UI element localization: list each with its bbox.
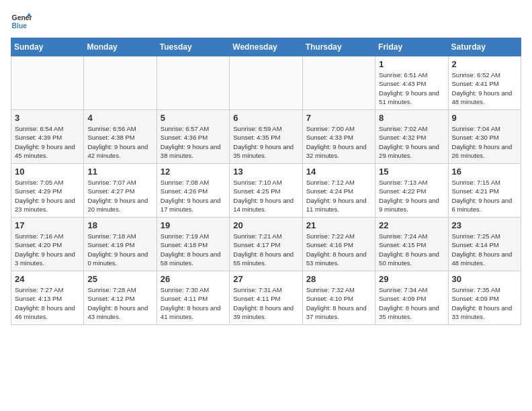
day-number: 7 <box>306 113 371 123</box>
day-number: 15 <box>379 167 444 177</box>
day-number: 18 <box>87 220 152 230</box>
day-info: Sunrise: 6:52 AM Sunset: 4:41 PM Dayligh… <box>452 71 517 106</box>
day-info: Sunrise: 7:02 AM Sunset: 4:32 PM Dayligh… <box>379 124 444 160</box>
calendar-cell <box>84 56 157 110</box>
calendar-cell: 2Sunrise: 6:52 AM Sunset: 4:41 PM Daylig… <box>448 56 521 110</box>
calendar-cell: 16Sunrise: 7:15 AM Sunset: 4:21 PM Dayli… <box>448 164 521 218</box>
calendar-week-row: 24Sunrise: 7:27 AM Sunset: 4:13 PM Dayli… <box>11 271 521 325</box>
day-number: 12 <box>161 167 226 177</box>
calendar-cell: 11Sunrise: 7:07 AM Sunset: 4:27 PM Dayli… <box>84 164 157 218</box>
day-number: 28 <box>306 274 371 284</box>
day-number: 5 <box>161 113 226 123</box>
day-number: 23 <box>452 220 517 230</box>
day-info: Sunrise: 7:12 AM Sunset: 4:24 PM Dayligh… <box>306 178 371 214</box>
day-info: Sunrise: 7:35 AM Sunset: 4:09 PM Dayligh… <box>452 285 517 321</box>
logo: General Blue <box>11 11 34 32</box>
calendar-cell: 6Sunrise: 6:59 AM Sunset: 4:35 PM Daylig… <box>230 110 302 164</box>
day-number: 14 <box>306 167 371 177</box>
calendar-cell <box>11 56 84 110</box>
calendar-week-row: 10Sunrise: 7:05 AM Sunset: 4:29 PM Dayli… <box>11 164 521 218</box>
calendar-cell <box>302 56 375 110</box>
day-info: Sunrise: 7:10 AM Sunset: 4:25 PM Dayligh… <box>233 178 298 214</box>
day-info: Sunrise: 7:18 AM Sunset: 4:19 PM Dayligh… <box>87 232 152 267</box>
day-number: 6 <box>233 113 298 123</box>
calendar-cell: 1Sunrise: 6:51 AM Sunset: 4:43 PM Daylig… <box>375 56 448 110</box>
weekday-header: Wednesday <box>230 38 302 56</box>
day-number: 17 <box>15 220 80 230</box>
day-number: 2 <box>452 59 517 69</box>
day-info: Sunrise: 7:07 AM Sunset: 4:27 PM Dayligh… <box>87 178 152 214</box>
calendar-cell <box>157 56 229 110</box>
day-info: Sunrise: 7:34 AM Sunset: 4:09 PM Dayligh… <box>379 285 444 321</box>
weekday-header: Thursday <box>302 38 375 56</box>
day-number: 26 <box>161 274 226 284</box>
calendar-cell: 27Sunrise: 7:31 AM Sunset: 4:11 PM Dayli… <box>230 271 302 325</box>
day-info: Sunrise: 6:57 AM Sunset: 4:36 PM Dayligh… <box>161 124 226 160</box>
calendar-cell: 4Sunrise: 6:56 AM Sunset: 4:38 PM Daylig… <box>84 110 157 164</box>
weekday-header: Monday <box>84 38 157 56</box>
svg-text:Blue: Blue <box>12 22 28 30</box>
calendar-cell: 20Sunrise: 7:21 AM Sunset: 4:17 PM Dayli… <box>230 218 302 271</box>
day-number: 24 <box>15 274 80 284</box>
logo-icon: General Blue <box>11 11 32 32</box>
day-info: Sunrise: 7:25 AM Sunset: 4:14 PM Dayligh… <box>452 232 517 267</box>
calendar-cell: 7Sunrise: 7:00 AM Sunset: 4:33 PM Daylig… <box>302 110 375 164</box>
calendar-week-row: 17Sunrise: 7:16 AM Sunset: 4:20 PM Dayli… <box>11 218 521 271</box>
calendar-cell <box>230 56 302 110</box>
day-number: 1 <box>379 59 444 69</box>
weekday-header-row: SundayMondayTuesdayWednesdayThursdayFrid… <box>11 38 521 56</box>
calendar-table: SundayMondayTuesdayWednesdayThursdayFrid… <box>11 38 521 325</box>
calendar-cell: 24Sunrise: 7:27 AM Sunset: 4:13 PM Dayli… <box>11 271 84 325</box>
day-number: 9 <box>452 113 517 123</box>
day-info: Sunrise: 7:05 AM Sunset: 4:29 PM Dayligh… <box>15 178 80 214</box>
day-number: 11 <box>87 167 152 177</box>
day-info: Sunrise: 6:54 AM Sunset: 4:39 PM Dayligh… <box>15 124 80 160</box>
day-number: 30 <box>452 274 517 284</box>
day-number: 16 <box>452 167 517 177</box>
calendar-cell: 21Sunrise: 7:22 AM Sunset: 4:16 PM Dayli… <box>302 218 375 271</box>
calendar-cell: 17Sunrise: 7:16 AM Sunset: 4:20 PM Dayli… <box>11 218 84 271</box>
calendar-cell: 29Sunrise: 7:34 AM Sunset: 4:09 PM Dayli… <box>375 271 448 325</box>
day-number: 29 <box>379 274 444 284</box>
day-number: 22 <box>379 220 444 230</box>
day-number: 8 <box>379 113 444 123</box>
day-info: Sunrise: 7:15 AM Sunset: 4:21 PM Dayligh… <box>452 178 517 214</box>
weekday-header: Saturday <box>448 38 521 56</box>
day-info: Sunrise: 7:13 AM Sunset: 4:22 PM Dayligh… <box>379 178 444 214</box>
weekday-header: Friday <box>375 38 448 56</box>
calendar-cell: 23Sunrise: 7:25 AM Sunset: 4:14 PM Dayli… <box>448 218 521 271</box>
calendar-cell: 13Sunrise: 7:10 AM Sunset: 4:25 PM Dayli… <box>230 164 302 218</box>
calendar-cell: 3Sunrise: 6:54 AM Sunset: 4:39 PM Daylig… <box>11 110 84 164</box>
day-number: 3 <box>15 113 80 123</box>
day-info: Sunrise: 6:56 AM Sunset: 4:38 PM Dayligh… <box>87 124 152 160</box>
calendar-week-row: 3Sunrise: 6:54 AM Sunset: 4:39 PM Daylig… <box>11 110 521 164</box>
day-info: Sunrise: 7:27 AM Sunset: 4:13 PM Dayligh… <box>15 285 80 321</box>
day-number: 13 <box>233 167 298 177</box>
day-number: 19 <box>161 220 226 230</box>
calendar-cell: 5Sunrise: 6:57 AM Sunset: 4:36 PM Daylig… <box>157 110 229 164</box>
day-number: 4 <box>87 113 152 123</box>
calendar-cell: 30Sunrise: 7:35 AM Sunset: 4:09 PM Dayli… <box>448 271 521 325</box>
day-number: 27 <box>233 274 298 284</box>
day-info: Sunrise: 6:51 AM Sunset: 4:43 PM Dayligh… <box>379 71 444 106</box>
day-info: Sunrise: 7:24 AM Sunset: 4:15 PM Dayligh… <box>379 232 444 267</box>
calendar-cell: 25Sunrise: 7:28 AM Sunset: 4:12 PM Dayli… <box>84 271 157 325</box>
weekday-header: Sunday <box>11 38 84 56</box>
calendar-cell: 8Sunrise: 7:02 AM Sunset: 4:32 PM Daylig… <box>375 110 448 164</box>
day-number: 21 <box>306 220 371 230</box>
day-number: 20 <box>233 220 298 230</box>
calendar-cell: 10Sunrise: 7:05 AM Sunset: 4:29 PM Dayli… <box>11 164 84 218</box>
calendar-week-row: 1Sunrise: 6:51 AM Sunset: 4:43 PM Daylig… <box>11 56 521 110</box>
day-number: 25 <box>87 274 152 284</box>
page-header: General Blue <box>11 11 521 32</box>
day-info: Sunrise: 7:16 AM Sunset: 4:20 PM Dayligh… <box>15 232 80 267</box>
day-info: Sunrise: 7:08 AM Sunset: 4:26 PM Dayligh… <box>161 178 226 214</box>
day-info: Sunrise: 7:00 AM Sunset: 4:33 PM Dayligh… <box>306 124 371 160</box>
calendar-cell: 18Sunrise: 7:18 AM Sunset: 4:19 PM Dayli… <box>84 218 157 271</box>
day-info: Sunrise: 7:19 AM Sunset: 4:18 PM Dayligh… <box>161 232 226 267</box>
day-info: Sunrise: 7:31 AM Sunset: 4:11 PM Dayligh… <box>233 285 298 321</box>
day-info: Sunrise: 7:22 AM Sunset: 4:16 PM Dayligh… <box>306 232 371 267</box>
calendar-cell: 14Sunrise: 7:12 AM Sunset: 4:24 PM Dayli… <box>302 164 375 218</box>
day-info: Sunrise: 7:04 AM Sunset: 4:30 PM Dayligh… <box>452 124 517 160</box>
calendar-cell: 19Sunrise: 7:19 AM Sunset: 4:18 PM Dayli… <box>157 218 229 271</box>
